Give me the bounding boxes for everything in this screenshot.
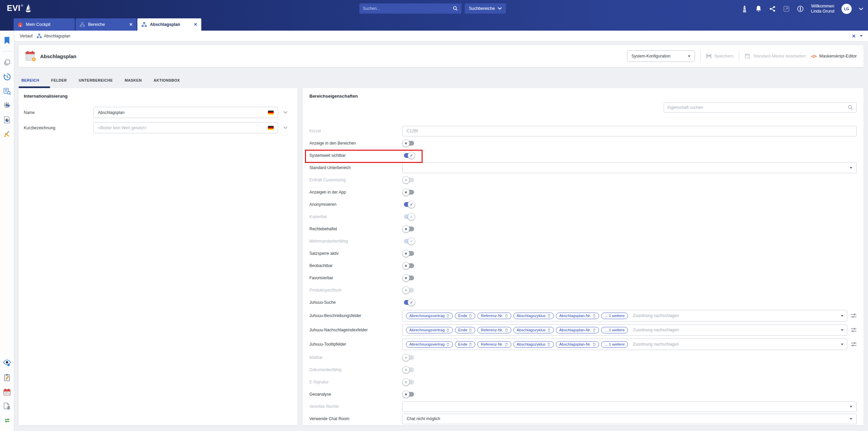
toggle-favorisierbar[interactable] — [402, 274, 415, 282]
expand-translations-icon[interactable] — [283, 126, 288, 129]
bookmark-icon[interactable] — [3, 36, 11, 45]
vererbte-rechte-select[interactable] — [402, 401, 857, 412]
verwende-chat-room-select[interactable]: Chat nicht möglich — [402, 414, 857, 424]
tab-felder[interactable]: FELDER — [51, 78, 67, 88]
tab-aktionsbox[interactable]: AKTIONSBOX — [154, 78, 180, 88]
lighthouse-icon[interactable] — [741, 5, 748, 12]
field-chip[interactable]: Abschlagsplan-Nr. — [556, 313, 599, 319]
search-icon[interactable] — [848, 105, 853, 110]
search-icon[interactable] — [453, 6, 458, 11]
field-chip[interactable]: Referenz-Nr. — [477, 341, 511, 348]
column-settings-icon[interactable] — [851, 327, 857, 333]
tab-bereiche[interactable]: Bereiche ✕ — [75, 18, 137, 31]
toggle-beobachtbar[interactable] — [402, 262, 415, 269]
protocol-search-icon[interactable] — [3, 87, 11, 95]
more-options-icon[interactable] — [797, 5, 804, 12]
toggle-satzsperre-aktiv[interactable] — [402, 250, 415, 257]
delete-chip-icon[interactable] — [505, 328, 508, 332]
field-chip[interactable]: Abschlagsplan-Nr. — [556, 327, 599, 333]
delete-chip-icon[interactable] — [547, 343, 550, 346]
juhuuu-nachschlageindexfelder-field[interactable]: Abrechnungsvertrag Ende Referenz-Nr. Abs… — [402, 324, 847, 336]
german-flag-icon — [268, 111, 274, 115]
tab-masken[interactable]: MASKEN — [125, 78, 142, 88]
toggle-systemweit-sichtbar[interactable] — [402, 152, 415, 159]
delete-chip-icon[interactable] — [547, 328, 550, 332]
sync-icon[interactable] — [3, 416, 11, 425]
user-menu-chevron-icon[interactable] — [859, 7, 863, 11]
tab-mein-cockpit[interactable]: Mein Cockpit — [14, 18, 75, 31]
delete-chip-icon[interactable] — [505, 343, 508, 346]
tab-unterbereiche[interactable]: UNTERBEREICHE — [79, 78, 113, 88]
standard-unterbereich-select[interactable] — [402, 163, 857, 173]
field-chip[interactable]: Ende — [455, 327, 476, 333]
mask-script-editor-button[interactable]: </> Maskenskript-Editor — [811, 54, 857, 59]
field-chip[interactable]: Ende — [455, 313, 476, 319]
area-hierarchy-icon — [80, 22, 85, 27]
history-icon[interactable] — [3, 73, 11, 81]
delete-chip-icon[interactable] — [505, 314, 508, 318]
report-document-icon[interactable] — [3, 116, 11, 124]
close-tab-icon[interactable]: ✕ — [194, 22, 197, 27]
user-avatar[interactable]: LG — [841, 4, 852, 14]
dropdown-caret-icon — [850, 418, 852, 420]
history-dropdown-caret[interactable] — [860, 35, 863, 37]
history-item-abschlagsplan[interactable]: Abschlagsplan — [37, 34, 70, 38]
delete-chip-icon[interactable] — [593, 343, 596, 346]
toggle-juhuuu-suche[interactable] — [402, 299, 415, 306]
configuration-select[interactable]: System-Konfiguration — [627, 50, 695, 62]
toggle-anonymisieren[interactable] — [402, 201, 415, 208]
more-chip[interactable]: ... 1 weitere — [601, 327, 628, 333]
global-search-input[interactable] — [363, 6, 453, 11]
tab-bereich[interactable]: BEREICH — [21, 78, 39, 88]
expand-translations-icon[interactable] — [283, 111, 288, 114]
field-chip[interactable]: Abschlagszyklus — [513, 313, 554, 319]
column-settings-icon[interactable] — [851, 342, 857, 347]
tools-icon[interactable] — [3, 130, 11, 138]
more-chip[interactable]: ... 1 weitere — [601, 313, 628, 319]
notifications-bell-icon[interactable] — [755, 5, 762, 12]
juhuuu-beschreibungsfelder-field[interactable]: Abrechnungsvertrag Ende Referenz-Nr. Abs… — [402, 310, 847, 321]
field-chip[interactable]: Ende — [455, 341, 476, 348]
delete-chip-icon[interactable] — [593, 328, 596, 332]
field-chip[interactable]: Abrechnungsvertrag — [406, 313, 453, 319]
delete-chip-icon[interactable] — [446, 314, 449, 318]
field-chip[interactable]: Abschlagszyklus — [513, 327, 554, 333]
field-chip[interactable]: Abschlagszyklus — [513, 341, 554, 348]
juhuuu-tooltipfelder-field[interactable]: Abrechnungsvertrag Ende Referenz-Nr. Abs… — [402, 338, 847, 350]
delete-chip-icon[interactable] — [469, 314, 472, 318]
toggle-anzeigen-in-der-app[interactable] — [402, 188, 415, 196]
delete-chip-icon[interactable] — [469, 343, 472, 346]
delete-chip-icon[interactable] — [446, 328, 449, 332]
field-placeholder: Zuordnung nachschlagen — [633, 313, 679, 318]
global-search — [359, 3, 461, 14]
document-settings-icon[interactable] — [3, 402, 11, 410]
share-icon[interactable] — [769, 5, 776, 12]
field-chip[interactable]: Abrechnungsvertrag — [406, 341, 453, 348]
calendar-icon[interactable] — [3, 388, 11, 396]
column-settings-icon[interactable] — [851, 313, 857, 318]
delete-chip-icon[interactable] — [547, 314, 550, 318]
name-input[interactable] — [94, 110, 257, 115]
delete-chip-icon[interactable] — [593, 314, 596, 318]
field-chip[interactable]: Abschlagsplan-Nr. — [556, 341, 599, 348]
chevron-down-icon — [498, 7, 502, 10]
close-tab-icon[interactable]: ✕ — [129, 22, 133, 27]
windows-copy-icon[interactable] — [3, 59, 11, 67]
search-scope-button[interactable]: Suchbereiche — [465, 3, 506, 14]
delete-chip-icon[interactable] — [446, 343, 449, 346]
toggle-geoanalyse[interactable] — [402, 391, 415, 398]
property-search-input[interactable] — [667, 105, 848, 110]
tab-abschlagsplan[interactable]: Abschlagsplan ✕ — [137, 18, 201, 31]
field-chip[interactable]: Abrechnungsvertrag — [406, 327, 453, 333]
field-chip[interactable]: Referenz-Nr. — [477, 313, 511, 319]
toggle-rechtebehaftet[interactable] — [402, 225, 415, 233]
more-chip[interactable]: ... 1 weitere — [601, 341, 628, 348]
kurzbezeichnung-input[interactable] — [94, 126, 257, 130]
clear-history-icon[interactable]: ✕ — [852, 33, 856, 39]
toggle-anzeige-in-den-bereichen[interactable] — [402, 139, 415, 147]
delete-chip-icon[interactable] — [469, 328, 472, 332]
field-chip[interactable]: Referenz-Nr. — [477, 327, 511, 333]
clipboard-edit-icon[interactable] — [3, 374, 11, 382]
watch-favorite-icon[interactable] — [3, 359, 11, 367]
settings-run-icon[interactable] — [3, 101, 11, 110]
